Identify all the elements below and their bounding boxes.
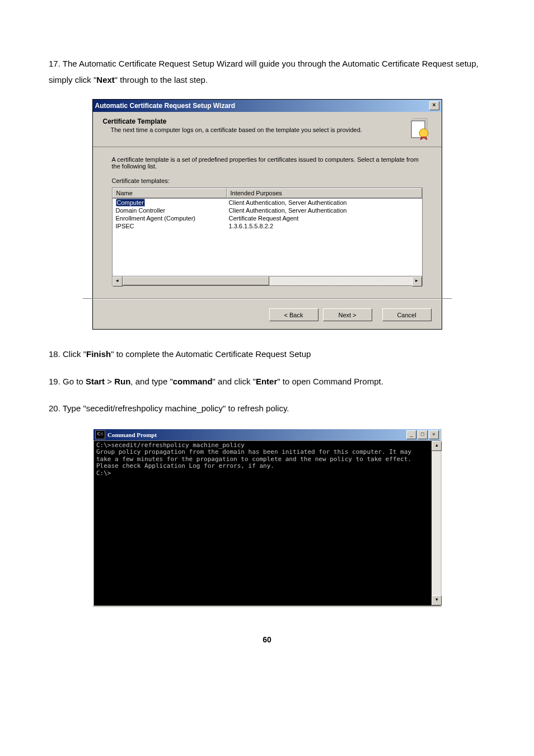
horizontal-scrollbar[interactable]: ◂ ▸ [113,276,422,285]
step-17-bold: Next [96,75,115,84]
dialog-header-title: Certificate Template [103,118,404,125]
table-row[interactable]: Enrollment Agent (Computer)Certificate R… [113,214,422,222]
template-name: Computer [116,199,145,206]
start-bold: Start [86,377,105,386]
step-17: 17. The Automatic Certificate Request Se… [49,56,485,88]
close-icon[interactable]: × [429,101,439,110]
table-row[interactable]: ComputerClient Authentication, Server Au… [113,199,422,206]
step-20: 20. Type "secedit/refreshpolicy machine_… [49,401,485,417]
step-20-num: 20. [49,403,60,413]
scroll-right-icon[interactable]: ▸ [412,276,422,287]
vertical-scrollbar[interactable]: ▴ ▾ [432,441,441,605]
certificate-icon [409,118,432,140]
close-icon[interactable]: × [429,430,439,439]
dialog-title: Automatic Certificate Request Setup Wiza… [95,102,236,110]
list-label: Certificate templates: [112,177,423,184]
maximize-icon[interactable]: □ [418,430,428,439]
step-19-num: 19. [49,377,60,386]
step-18-num: 18. [49,349,60,359]
template-purpose: 1.3.6.1.5.5.8.2.2 [226,222,422,230]
cancel-button[interactable]: Cancel [382,308,432,321]
finish-bold: Finish [86,349,111,359]
step-17-num: 17. [49,59,60,68]
column-name[interactable]: Name [113,188,227,198]
step-19: 19. Go to Start > Run, and type "command… [49,374,485,390]
step-20-text: Type "secedit/refreshpolicy machine_poli… [63,403,289,413]
step-17-text-b: " through to the last step. [115,75,208,84]
template-listview[interactable]: Name Intended Purposes ComputerClient Au… [112,187,423,286]
run-bold: Run [114,377,130,386]
svg-point-1 [419,129,428,138]
table-row[interactable]: IPSEC1.3.6.1.5.5.8.2.2 [113,222,422,230]
template-purpose: Client Authentication, Server Authentica… [226,199,422,206]
template-name: Domain Controller [116,207,166,214]
dialog-header: Certificate Template The next time a com… [93,112,442,147]
template-purpose: Client Authentication, Server Authentica… [226,206,422,214]
next-button[interactable]: Next > [323,308,372,321]
template-name: IPSEC [116,223,134,229]
cmd-titlebar[interactable]: C:\ Command Prompt _ □ × [93,429,441,440]
scroll-up-icon[interactable]: ▴ [432,441,442,451]
scroll-left-icon[interactable]: ◂ [113,276,123,287]
table-row[interactable]: Domain ControllerClient Authentication, … [113,206,422,214]
wizard-dialog: Automatic Certificate Request Setup Wiza… [92,99,442,330]
column-purposes[interactable]: Intended Purposes [227,188,422,198]
cmd-icon: C:\ [95,430,105,439]
minimize-icon[interactable]: _ [406,430,416,439]
step-18: 18. Click "Finish" to complete the Autom… [49,346,485,363]
dialog-header-desc: The next time a computer logs on, a cert… [103,126,404,133]
scroll-down-icon[interactable]: ▾ [432,595,442,605]
dialog-body-text: A certificate template is a set of prede… [112,156,423,170]
scroll-thumb[interactable] [123,276,269,285]
page-number: 60 [49,635,485,644]
template-name: Enrollment Agent (Computer) [116,215,195,222]
command-bold: command [173,377,213,386]
dialog-titlebar[interactable]: Automatic Certificate Request Setup Wiza… [93,100,442,112]
enter-bold: Enter [256,377,277,386]
command-prompt-window: C:\ Command Prompt _ □ × C:\>secedit/ref… [92,428,442,607]
cmd-output[interactable]: C:\>secedit/refreshpolicy machine_policy… [94,441,432,605]
back-button[interactable]: < Back [269,308,318,321]
cmd-title: Command Prompt [107,431,157,438]
template-purpose: Certificate Request Agent [226,214,422,222]
